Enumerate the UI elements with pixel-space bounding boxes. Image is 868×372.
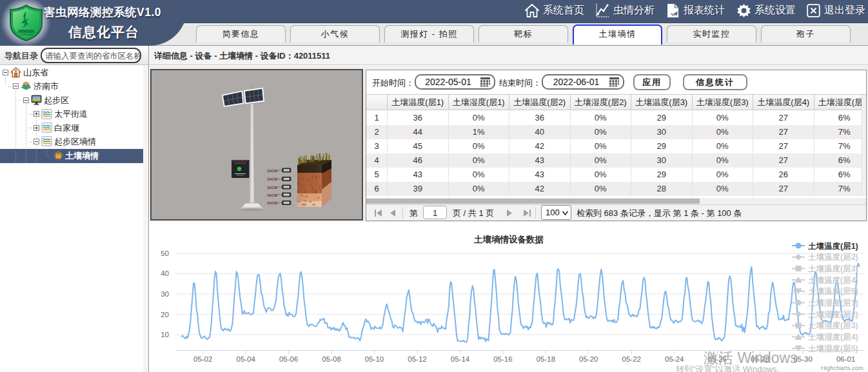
svg-text:转到"设置"以激活 Windows。: 转到"设置"以激活 Windows。 <box>676 364 785 372</box>
svg-text:土壤温度(层5): 土壤温度(层5) <box>808 287 858 296</box>
svg-text:土壤湿度(层2): 土壤湿度(层2) <box>808 310 858 319</box>
svg-text:10CM: 10CM <box>267 168 278 173</box>
svg-text:土壤湿度(层4): 土壤湿度(层4) <box>808 333 858 342</box>
svg-text:土壤墒情设备数据: 土壤墒情设备数据 <box>473 235 544 244</box>
svg-text:05-12: 05-12 <box>408 355 426 363</box>
svg-text:50: 50 <box>161 250 169 257</box>
svg-text:05-24: 05-24 <box>665 355 684 363</box>
svg-text:Highcharts.com: Highcharts.com <box>821 364 863 371</box>
svg-text:20CM: 20CM <box>267 177 278 181</box>
svg-text:06-01: 06-01 <box>836 355 855 363</box>
svg-text:05-10: 05-10 <box>365 355 384 363</box>
svg-text:20: 20 <box>161 311 169 318</box>
svg-text:05-14: 05-14 <box>451 355 470 363</box>
svg-text:05-22: 05-22 <box>622 355 641 363</box>
svg-text:40CM: 40CM <box>267 193 278 197</box>
svg-text:05-20: 05-20 <box>579 355 598 363</box>
svg-text:05-08: 05-08 <box>322 355 340 363</box>
svg-text:05-04: 05-04 <box>236 355 255 363</box>
svg-text:05-18: 05-18 <box>537 355 555 363</box>
svg-text:30: 30 <box>161 290 169 298</box>
svg-text:土壤温度(层2): 土壤温度(层2) <box>808 253 858 262</box>
svg-text:土壤湿度(层1): 土壤湿度(层1) <box>808 299 858 308</box>
svg-text:05-16: 05-16 <box>493 355 512 363</box>
svg-text:土壤湿度(层5): 土壤湿度(层5) <box>808 344 858 353</box>
svg-text:30CM: 30CM <box>267 185 278 190</box>
svg-text:土壤温度(层4): 土壤温度(层4) <box>808 276 858 285</box>
svg-text:土壤湿度(层3): 土壤湿度(层3) <box>808 321 858 330</box>
svg-text:05-06: 05-06 <box>279 355 298 363</box>
svg-text:40: 40 <box>161 269 169 277</box>
svg-text:05-02: 05-02 <box>193 355 212 363</box>
svg-text:土壤温度(层1): 土壤温度(层1) <box>808 242 858 251</box>
svg-text:土壤温度(层3): 土壤温度(层3) <box>808 264 858 273</box>
svg-text:50CM: 50CM <box>267 201 278 205</box>
svg-text:10: 10 <box>161 331 169 338</box>
